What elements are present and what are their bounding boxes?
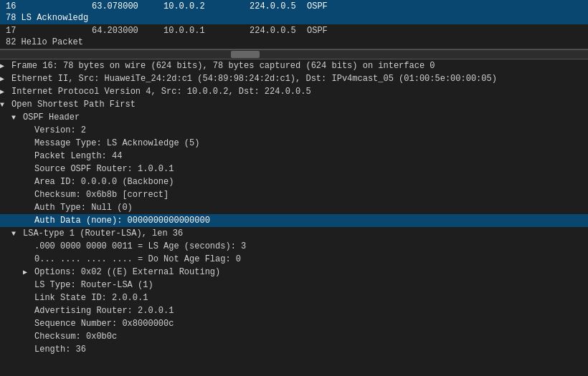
msgtype-row-text: Message Type: LS Acknowledge (5) — [34, 138, 199, 148]
lsa-row[interactable]: ▼ LSA-type 1 (Router-LSA), len 36 — [0, 227, 588, 240]
packet-protocol: OSPF — [304, 1, 585, 12]
lsa-row-text: LSA-type 1 (Router-LSA), len 36 — [23, 228, 183, 238]
packet-detail-pane: ▶ Frame 16: 78 bytes on wire (624 bits),… — [0, 59, 588, 376]
checksum-row: Checksum: 0x6b8b [correct] — [0, 188, 588, 201]
lsage-row-text: .000 0000 0000 0011 = LS Age (seconds): … — [34, 241, 246, 251]
packet-dst: 224.0.0.5 — [247, 1, 304, 12]
length-row: Length: 36 — [0, 343, 588, 356]
length-row-text: Length: 36 — [34, 344, 86, 355]
collapse-icon[interactable]: ▼ — [11, 114, 23, 122]
scrollbar-thumb[interactable] — [231, 51, 260, 58]
advrtr-row: Advertising Router: 2.0.0.1 — [0, 304, 588, 317]
ospf-row-text: Open Shortest Path First — [11, 100, 136, 110]
authtype-row: Auth Type: Null (0) — [0, 201, 588, 214]
areaid-row: Area ID: 0.0.0.0 (Backbone) — [0, 175, 588, 188]
collapse-icon[interactable]: ▼ — [0, 101, 11, 109]
seqnum-row-text: Sequence Number: 0x8000000c — [34, 319, 174, 329]
table-row[interactable]: 16 63.078000 10.0.0.2 224.0.0.5 OSPF 78 … — [0, 0, 588, 24]
ip-row[interactable]: ▶ Internet Protocol Version 4, Src: 10.0… — [0, 85, 588, 98]
expand-icon[interactable]: ▶ — [0, 87, 11, 96]
packet-number: 17 — [3, 25, 89, 37]
main-container: 16 63.078000 10.0.0.2 224.0.0.5 OSPF 78 … — [0, 0, 588, 376]
ethernet-row-text: Ethernet II, Src: HuaweiTe_24:2d:c1 (54:… — [11, 74, 497, 84]
ip-row-text: Internet Protocol Version 4, Src: 10.0.0… — [11, 87, 311, 97]
expand-icon[interactable]: ▶ — [0, 74, 11, 83]
checksum2-row-text: Checksum: 0x0b0c — [34, 332, 117, 342]
srcrouter-row-text: Source OSPF Router: 1.0.0.1 — [34, 164, 174, 174]
srcrouter-row: Source OSPF Router: 1.0.0.1 — [0, 163, 588, 175]
expand-icon[interactable]: ▶ — [23, 268, 34, 276]
authdata-row: Auth Data (none): 0000000000000000 — [0, 214, 588, 227]
packet-info: 78 LS Acknowledge — [3, 12, 89, 24]
frame-row-text: Frame 16: 78 bytes on wire (624 bits), 7… — [11, 61, 435, 71]
ethernet-row[interactable]: ▶ Ethernet II, Src: HuaweiTe_24:2d:c1 (5… — [0, 72, 588, 85]
donotage-row-text: 0... .... .... .... = Do Not Age Flag: 0 — [34, 254, 241, 264]
packet-table: 16 63.078000 10.0.0.2 224.0.0.5 OSPF 78 … — [0, 0, 588, 49]
pktlen-row-text: Packet Length: 44 — [34, 151, 122, 161]
packet-src: 10.0.0.1 — [161, 25, 247, 37]
lsage-row: .000 0000 0000 0011 = LS Age (seconds): … — [0, 240, 588, 253]
msgtype-row: Message Type: LS Acknowledge (5) — [0, 137, 588, 150]
table-row[interactable]: 17 64.203000 10.0.0.1 224.0.0.5 OSPF 82 … — [0, 24, 588, 49]
packet-time: 63.078000 — [89, 1, 161, 12]
areaid-row-text: Area ID: 0.0.0.0 (Backbone) — [34, 177, 174, 187]
options-row[interactable]: ▶ Options: 0x02 ((E) External Routing) — [0, 266, 588, 279]
ospf-header-row[interactable]: ▼ OSPF Header — [0, 111, 588, 124]
donotage-row: 0... .... .... .... = Do Not Age Flag: 0 — [0, 253, 588, 266]
authtype-row-text: Auth Type: Null (0) — [34, 203, 133, 213]
advrtr-row-text: Advertising Router: 2.0.0.1 — [34, 306, 174, 316]
packet-src: 10.0.0.2 — [161, 1, 247, 12]
packet-protocol: OSPF — [304, 25, 585, 37]
lstype-row: LS Type: Router-LSA (1) — [0, 279, 588, 291]
packet-number: 16 — [3, 1, 89, 12]
pktlen-row: Packet Length: 44 — [0, 150, 588, 163]
ospf-header-row-text: OSPF Header — [23, 112, 80, 122]
options-row-text: Options: 0x02 ((E) External Routing) — [34, 267, 220, 277]
checksum-row-text: Checksum: 0x6b8b [correct] — [34, 190, 169, 200]
version-row: Version: 2 — [0, 124, 588, 137]
seqnum-row: Sequence Number: 0x8000000c — [0, 317, 588, 330]
checksum2-row: Checksum: 0x0b0c — [0, 330, 588, 343]
version-row-text: Version: 2 — [34, 125, 86, 135]
ospf-row[interactable]: ▼ Open Shortest Path First — [0, 98, 588, 111]
packet-info: 82 Hello Packet — [3, 37, 89, 48]
linkstateid-row: Link State ID: 2.0.0.1 — [0, 291, 588, 304]
linkstateid-row-text: Link State ID: 2.0.0.1 — [34, 293, 148, 303]
packet-dst: 224.0.0.5 — [247, 25, 304, 37]
packet-time: 64.203000 — [89, 25, 161, 37]
expand-icon[interactable]: ▶ — [0, 62, 11, 70]
frame-row[interactable]: ▶ Frame 16: 78 bytes on wire (624 bits),… — [0, 59, 588, 72]
authdata-row-text: Auth Data (none): 0000000000000000 — [34, 216, 210, 226]
horizontal-scrollbar[interactable] — [0, 49, 588, 59]
lstype-row-text: LS Type: Router-LSA (1) — [34, 280, 153, 290]
collapse-icon[interactable]: ▼ — [11, 230, 23, 238]
